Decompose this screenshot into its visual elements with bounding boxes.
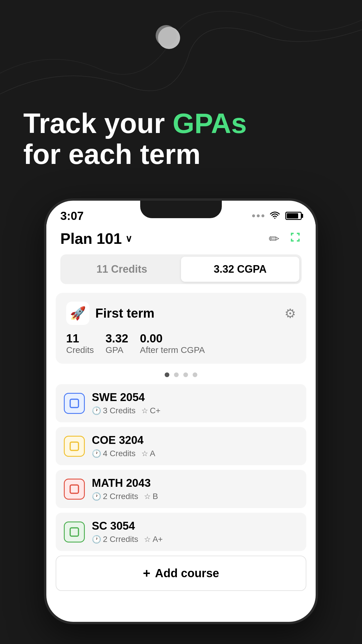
tabs-container: 11 Credits 3.32 CGPA: [60, 254, 302, 284]
gear-icon[interactable]: ⚙: [284, 306, 296, 321]
clock-icon: 🕐: [92, 535, 101, 544]
status-time: 3:07: [60, 209, 84, 223]
header-actions: ✏: [269, 231, 302, 246]
course-grade-math: ☆ B: [144, 492, 158, 501]
course-list: SWE 2054 🕐 3 Credits ☆ C+: [56, 384, 306, 551]
term-header: 🚀 First term ⚙: [66, 302, 296, 325]
pagination-dot-4[interactable]: [193, 372, 197, 377]
stat-gpa-label: GPA: [106, 345, 128, 355]
course-credits-math: 🕐 2 Crredits: [92, 492, 138, 501]
course-name-swe: SWE 2054: [92, 391, 298, 404]
clock-icon: 🕐: [92, 406, 101, 415]
edit-icon[interactable]: ✏: [269, 231, 280, 246]
course-grade-coe: ☆ A: [141, 449, 155, 458]
clock-icon: 🕐: [92, 492, 101, 501]
course-name-sc: SC 3054: [92, 520, 298, 532]
term-name: First term: [95, 306, 154, 321]
course-grade-swe: ☆ C+: [141, 406, 161, 415]
course-name-coe: COE 3204: [92, 434, 298, 447]
star-icon: ☆: [141, 406, 148, 415]
signal-dot-1: [252, 214, 255, 217]
phone-frame: 3:07: [44, 198, 318, 624]
hero-highlight: GPAs: [173, 108, 247, 139]
course-credits-sc: 🕐 2 Crredits: [92, 535, 138, 544]
course-icon-math: [64, 479, 85, 500]
term-title-row: 🚀 First term: [66, 302, 154, 325]
pagination-dot-2[interactable]: [174, 372, 179, 377]
clock-icon: 🕐: [92, 449, 101, 458]
hero-line2: for each term: [23, 139, 201, 170]
course-meta-coe: 🕐 4 Credits ☆ A: [92, 449, 298, 458]
pagination-dot-1[interactable]: [165, 372, 169, 377]
course-info-math: MATH 2043 🕐 2 Crredits ☆ B: [92, 477, 298, 501]
star-icon: ☆: [141, 449, 148, 458]
tab-cgpa[interactable]: 3.32 CGPA: [181, 257, 299, 282]
add-course-button[interactable]: + Add course: [56, 556, 306, 591]
app-header: Plan 101 ∨ ✏: [46, 224, 316, 254]
stat-cgpa: 0.00 After term CGPA: [140, 332, 205, 355]
stat-credits-value: 11: [66, 332, 94, 345]
tab-credits[interactable]: 11 Credits: [63, 257, 181, 282]
course-info-swe: SWE 2054 🕐 3 Credits ☆ C+: [92, 391, 298, 415]
battery-icon: [285, 212, 302, 220]
signal-dots: [252, 214, 264, 217]
phone-container: 3:07: [44, 198, 318, 624]
course-meta-math: 🕐 2 Crredits ☆ B: [92, 492, 298, 501]
svg-rect-5: [70, 528, 79, 536]
course-credits-swe: 🕐 3 Credits: [92, 406, 136, 415]
wifi-icon: [269, 211, 281, 220]
hero-section: Track your GPAs for each term: [23, 108, 339, 169]
stat-cgpa-label: After term CGPA: [140, 345, 205, 355]
hero-text: Track your GPAs for each term: [23, 108, 339, 169]
svg-rect-3: [70, 442, 79, 450]
stat-cgpa-value: 0.00: [140, 332, 205, 345]
course-icon-coe: [64, 436, 85, 457]
stat-credits-label: Credits: [66, 345, 94, 355]
plan-title-text: Plan 101: [60, 230, 122, 247]
list-item[interactable]: MATH 2043 🕐 2 Crredits ☆ B: [56, 470, 306, 508]
star-icon: ☆: [144, 535, 151, 544]
term-icon: 🚀: [66, 302, 89, 325]
course-credits-coe: 🕐 4 Credits: [92, 449, 136, 458]
pagination-dot-3[interactable]: [183, 372, 188, 377]
list-item[interactable]: COE 3204 🕐 4 Credits ☆ A: [56, 427, 306, 465]
svg-point-0: [158, 27, 180, 49]
star-icon: ☆: [144, 492, 151, 501]
term-card: 🚀 First term ⚙ 11 Credits 3.32 GPA: [56, 293, 306, 364]
add-course-label: Add course: [155, 567, 219, 580]
signal-dot-2: [257, 214, 260, 217]
plan-title-container[interactable]: Plan 101 ∨: [60, 230, 132, 247]
stat-credits: 11 Credits: [66, 332, 94, 355]
status-icons: [252, 211, 302, 220]
svg-point-1: [156, 25, 177, 46]
expand-icon[interactable]: [289, 231, 302, 246]
battery-fill: [287, 213, 298, 218]
course-name-math: MATH 2043: [92, 477, 298, 489]
stat-gpa-value: 3.32: [106, 332, 128, 345]
hero-line1: Track your: [23, 108, 173, 139]
plus-icon: +: [143, 567, 150, 580]
course-icon-swe: [64, 393, 85, 414]
course-icon-sc: [64, 522, 85, 542]
course-meta-swe: 🕐 3 Credits ☆ C+: [92, 406, 298, 415]
phone-content: Plan 101 ∨ ✏: [46, 224, 316, 622]
course-grade-sc: ☆ A+: [144, 535, 163, 544]
signal-dot-3: [261, 214, 264, 217]
stat-gpa: 3.32 GPA: [106, 332, 128, 355]
term-stats: 11 Credits 3.32 GPA 0.00 After term CGPA: [66, 332, 296, 355]
course-meta-sc: 🕐 2 Crredits ☆ A+: [92, 535, 298, 544]
phone-notch: [140, 201, 222, 218]
svg-rect-4: [70, 485, 79, 493]
pagination-dots: [46, 372, 316, 377]
list-item[interactable]: SC 3054 🕐 2 Crredits ☆ A+: [56, 513, 306, 551]
chevron-down-icon: ∨: [125, 233, 132, 244]
course-info-coe: COE 3204 🕐 4 Credits ☆ A: [92, 434, 298, 458]
list-item[interactable]: SWE 2054 🕐 3 Credits ☆ C+: [56, 384, 306, 422]
course-info-sc: SC 3054 🕐 2 Crredits ☆ A+: [92, 520, 298, 544]
svg-rect-2: [70, 399, 79, 407]
